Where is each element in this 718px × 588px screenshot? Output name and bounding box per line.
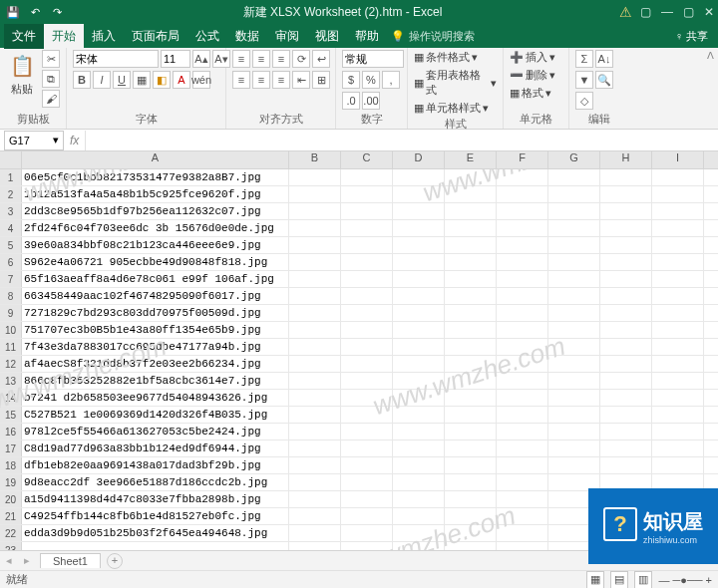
tab-view[interactable]: 视图	[307, 24, 347, 49]
row-header[interactable]: 3	[0, 203, 22, 219]
row-header[interactable]: 12	[0, 356, 22, 372]
row-header[interactable]: 6	[0, 254, 22, 270]
cell[interactable]	[393, 237, 445, 253]
ribbon-options-icon[interactable]: ▢	[640, 5, 651, 19]
row-header[interactable]: 7	[0, 271, 22, 287]
cell[interactable]	[497, 407, 548, 423]
cell[interactable]	[289, 407, 341, 423]
cell[interactable]	[393, 271, 445, 287]
cell[interactable]	[497, 237, 548, 253]
paste-button[interactable]: 📋粘贴	[6, 50, 38, 99]
cell[interactable]	[289, 525, 341, 541]
tab-layout[interactable]: 页面布局	[124, 24, 187, 49]
cell[interactable]	[289, 322, 341, 338]
col-header[interactable]: I	[652, 151, 704, 168]
cell[interactable]	[600, 424, 652, 440]
cell[interactable]	[652, 424, 704, 440]
orientation-icon[interactable]: ⟳	[292, 50, 310, 68]
cell[interactable]	[341, 525, 393, 541]
cell[interactable]	[600, 390, 652, 406]
cell[interactable]	[341, 339, 393, 355]
cell[interactable]	[393, 474, 445, 490]
cell[interactable]	[289, 339, 341, 355]
cell[interactable]	[548, 169, 600, 185]
font-color-icon[interactable]: A	[173, 71, 190, 89]
cell[interactable]	[548, 271, 600, 287]
col-header[interactable]: G	[548, 151, 600, 168]
cell[interactable]	[497, 373, 548, 389]
cell[interactable]: b7241 d2b658503ee9677d54048943626.jpg	[22, 390, 289, 406]
cell[interactable]	[445, 271, 497, 287]
cell[interactable]	[445, 288, 497, 304]
sheet-nav-next[interactable]: ▸	[18, 554, 36, 567]
cell[interactable]	[497, 424, 548, 440]
cell[interactable]	[445, 339, 497, 355]
find-icon[interactable]: 🔍	[595, 71, 613, 89]
cell[interactable]	[393, 508, 445, 524]
cell[interactable]	[652, 339, 704, 355]
cell[interactable]	[341, 474, 393, 490]
merge-icon[interactable]: ⊞	[312, 71, 330, 89]
cell[interactable]: 1b12a513fa4a5a48b1b5c925fce9620f.jpg	[22, 186, 289, 202]
cell[interactable]	[289, 390, 341, 406]
cell[interactable]	[393, 220, 445, 236]
fill-color-icon[interactable]: ◧	[153, 71, 171, 89]
cell[interactable]	[445, 441, 497, 456]
align-right-icon[interactable]: ≡	[272, 71, 290, 89]
cell[interactable]	[652, 271, 704, 287]
name-box[interactable]: G17▾	[4, 131, 64, 150]
cell[interactable]	[497, 271, 548, 287]
cell[interactable]	[548, 186, 600, 202]
sheet-nav-prev[interactable]: ◂	[0, 554, 18, 567]
cell[interactable]	[341, 407, 393, 423]
cell[interactable]	[600, 373, 652, 389]
cell[interactable]	[341, 254, 393, 270]
cell[interactable]	[289, 457, 341, 473]
autosum-icon[interactable]: Σ	[575, 50, 593, 68]
cell[interactable]	[652, 373, 704, 389]
cell[interactable]	[652, 203, 704, 219]
number-format-select[interactable]: 常规	[342, 50, 404, 68]
cell[interactable]	[445, 491, 497, 507]
format-painter-icon[interactable]: 🖌	[42, 90, 60, 108]
cell[interactable]	[600, 237, 652, 253]
cell[interactable]	[445, 407, 497, 423]
cell[interactable]	[341, 491, 393, 507]
cell[interactable]	[341, 373, 393, 389]
align-center-icon[interactable]: ≡	[252, 71, 270, 89]
cell[interactable]	[497, 220, 548, 236]
cell[interactable]	[548, 441, 600, 456]
cell[interactable]	[548, 424, 600, 440]
cell[interactable]	[652, 169, 704, 185]
cell[interactable]	[652, 186, 704, 202]
cell[interactable]	[600, 271, 652, 287]
cell[interactable]	[341, 424, 393, 440]
cell[interactable]	[497, 508, 548, 524]
cell[interactable]: S962e4a06721 905ecbbe49d90848f818.jpg	[22, 254, 289, 270]
font-size-select[interactable]: 11	[161, 50, 190, 68]
cell[interactable]: 2fd24f6c04f703ee6dc 3b 15676d0e0de.jpg	[22, 220, 289, 236]
cell[interactable]	[497, 491, 548, 507]
cell[interactable]: 2dd3c8e9565b1df97b256ea112632c07.jpg	[22, 203, 289, 219]
cell[interactable]	[548, 254, 600, 270]
row-header[interactable]: 22	[0, 525, 22, 541]
row-header[interactable]: 14	[0, 390, 22, 406]
sort-icon[interactable]: A↓	[595, 50, 613, 68]
cell[interactable]	[600, 407, 652, 423]
cell[interactable]	[341, 441, 393, 456]
cell[interactable]	[652, 237, 704, 253]
maximize-button[interactable]: ▢	[683, 5, 694, 19]
col-header[interactable]: B	[289, 151, 341, 168]
align-top-icon[interactable]: ≡	[232, 50, 250, 68]
row-header[interactable]: 2	[0, 186, 22, 202]
cell[interactable]	[341, 390, 393, 406]
cell[interactable]	[445, 322, 497, 338]
row-header[interactable]: 13	[0, 373, 22, 389]
wrap-text-icon[interactable]: ↩	[312, 50, 330, 68]
fx-icon[interactable]: fx	[64, 134, 85, 147]
cell[interactable]	[289, 203, 341, 219]
cell[interactable]	[548, 407, 600, 423]
row-header[interactable]: 4	[0, 220, 22, 236]
cell[interactable]	[445, 373, 497, 389]
col-header[interactable]: D	[393, 151, 445, 168]
